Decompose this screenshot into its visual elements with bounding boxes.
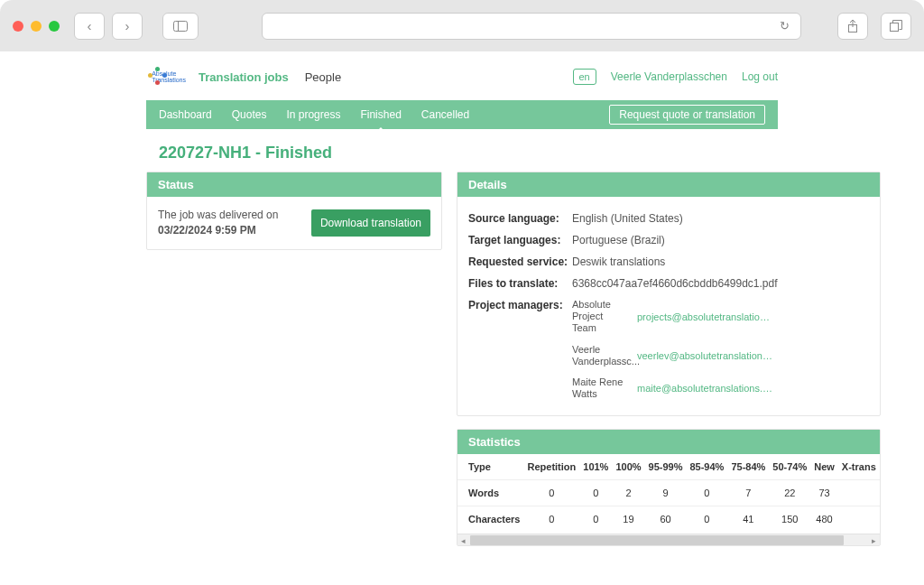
download-translation-button[interactable]: Download translation — [311, 209, 430, 237]
status-text: The job was delivered on 03/22/2024 9:59… — [158, 208, 304, 238]
table-row: Characters 0 0 19 60 0 41 150 480 — [457, 506, 880, 533]
sidebar-toggle-icon[interactable] — [162, 13, 199, 40]
window-close-icon[interactable] — [13, 21, 23, 32]
nav-translation-jobs[interactable]: Translation jobs — [199, 70, 289, 84]
browser-chrome: ‹ › ↻ — [0, 0, 924, 51]
tab-dashboard[interactable]: Dashboard — [159, 108, 212, 121]
horizontal-scrollbar[interactable]: ◂ ▸ — [457, 534, 880, 545]
primary-nav: Translation jobs People — [199, 70, 341, 84]
tab-cancelled[interactable]: Cancelled — [421, 108, 469, 121]
user-name-link[interactable]: Veerle Vanderplasschen — [611, 70, 727, 83]
status-panel: Status The job was delivered on 03/22/20… — [146, 172, 442, 250]
detail-project-managers: Project managers: Absolute Project Team … — [468, 294, 869, 404]
table-row: Words 0 0 2 9 0 7 22 73 — [457, 480, 880, 506]
details-panel: Details Source language: English (United… — [457, 172, 881, 416]
details-header: Details — [457, 172, 880, 197]
pm-email-link[interactable]: maite@absolutetranslations.com. — [637, 383, 772, 394]
tab-finished[interactable]: Finished — [360, 108, 401, 121]
logout-link[interactable]: Log out — [742, 70, 778, 83]
detail-source-language: Source language: English (United States) — [468, 208, 869, 229]
window-minimize-icon[interactable] — [31, 21, 42, 32]
tab-in-progress[interactable]: In progress — [286, 108, 340, 121]
scrollbar-left-arrow-icon[interactable]: ◂ — [457, 534, 469, 546]
share-button[interactable] — [837, 13, 868, 40]
pm-row: Veerle Vanderplassc... veerlev@absolutet… — [572, 344, 869, 367]
statistics-table: Type Repetition 101% 100% 95-99% 85-94% … — [457, 454, 880, 532]
detail-requested-service: Requested service: Deswik translations — [468, 251, 869, 273]
statistics-header: Statistics — [457, 430, 880, 454]
pm-row: Absolute Project Team projects@absolutet… — [572, 299, 869, 335]
tabs-button[interactable] — [881, 13, 911, 40]
pm-row: Maite Rene Watts maite@absolutetranslati… — [572, 376, 869, 400]
svg-rect-4 — [891, 23, 899, 31]
top-bar: AbsoluteTranslations Translation jobs Pe… — [146, 51, 778, 100]
status-header: Status — [147, 172, 441, 197]
pm-email-link[interactable]: projects@absolutetranslations.co — [637, 311, 772, 322]
language-selector[interactable]: en — [573, 69, 596, 85]
secondary-nav: Dashboard Quotes In progress Finished Ca… — [146, 100, 778, 129]
statistics-panel: Statistics Type Repetition 101% 100% — [457, 429, 881, 546]
request-quote-button[interactable]: Request quote or translation — [609, 105, 765, 125]
pm-email-link[interactable]: veerlev@absolutetranslations.con — [637, 350, 772, 361]
detail-target-languages: Target languages: Portuguese (Brazil) — [468, 229, 869, 251]
detail-files-to-translate: Files to translate: 6368cc047aa7ef4660d6… — [468, 273, 869, 294]
brand-logo[interactable]: AbsoluteTranslations — [146, 64, 186, 89]
svg-rect-0 — [174, 21, 188, 31]
traffic-lights — [13, 21, 60, 32]
scrollbar-thumb[interactable] — [470, 535, 844, 545]
back-button[interactable]: ‹ — [74, 13, 105, 40]
nav-people[interactable]: People — [305, 70, 341, 84]
url-bar[interactable]: ↻ — [262, 13, 801, 40]
tab-quotes[interactable]: Quotes — [232, 108, 267, 121]
window-maximize-icon[interactable] — [49, 21, 60, 32]
forward-button[interactable]: › — [112, 13, 143, 40]
page-title: 220727-NH1 - Finished — [159, 144, 765, 162]
scrollbar-right-arrow-icon[interactable]: ▸ — [868, 534, 880, 546]
reload-icon[interactable]: ↻ — [780, 19, 790, 32]
